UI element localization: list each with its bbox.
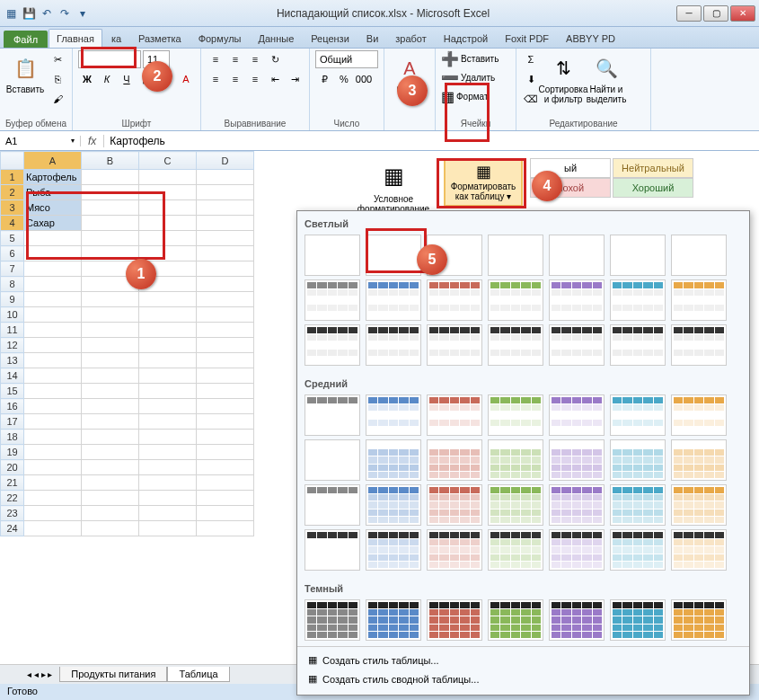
- row-header-21[interactable]: 21: [1, 475, 24, 491]
- table-style-option[interactable]: [488, 324, 543, 366]
- col-header-C[interactable]: C: [139, 152, 197, 170]
- cell-C3[interactable]: [139, 200, 197, 216]
- table-style-option[interactable]: [366, 484, 421, 526]
- table-style-option[interactable]: [304, 439, 360, 481]
- table-style-option[interactable]: [304, 529, 360, 571]
- row-header-22[interactable]: 22: [1, 491, 24, 506]
- cell-B18[interactable]: [82, 430, 139, 445]
- cell-D24[interactable]: [197, 521, 254, 536]
- cell-A23[interactable]: [24, 506, 82, 521]
- cell-B10[interactable]: [82, 307, 139, 323]
- table-style-option[interactable]: [488, 279, 543, 321]
- cell-A2[interactable]: Рыба: [24, 185, 82, 200]
- cell-D22[interactable]: [197, 491, 254, 506]
- cell-B2[interactable]: [82, 185, 139, 200]
- row-header-23[interactable]: 23: [1, 506, 24, 521]
- tab-abbyy[interactable]: ABBYY PD: [558, 29, 623, 48]
- name-box[interactable]: A1▾: [0, 136, 81, 146]
- font-name-input[interactable]: [78, 50, 141, 68]
- italic-button[interactable]: К: [98, 70, 116, 88]
- undo-icon[interactable]: ↶: [40, 6, 54, 21]
- autosum-icon[interactable]: Σ: [522, 50, 540, 68]
- table-style-option[interactable]: [671, 235, 727, 276]
- number-format-select[interactable]: [315, 50, 378, 68]
- cell-C24[interactable]: [139, 521, 197, 536]
- cell-D18[interactable]: [197, 430, 254, 445]
- cell-B13[interactable]: [82, 353, 139, 368]
- align-right-icon[interactable]: ≡: [246, 70, 264, 88]
- tab-developer[interactable]: зработ: [387, 29, 435, 48]
- format-cells-button[interactable]: ▦Формат: [441, 88, 489, 105]
- table-style-option[interactable]: [610, 279, 666, 321]
- clear-icon[interactable]: ⌫: [522, 90, 540, 108]
- cell-B16[interactable]: [82, 399, 139, 414]
- sheet-nav-icons[interactable]: ◂ ◂ ▸ ▸: [27, 669, 52, 679]
- row-header-19[interactable]: 19: [1, 445, 24, 460]
- cell-D17[interactable]: [197, 414, 254, 430]
- cell-A6[interactable]: [24, 246, 82, 261]
- cell-D11[interactable]: [197, 323, 254, 338]
- cell-A11[interactable]: [24, 323, 82, 338]
- table-style-option[interactable]: [427, 599, 482, 641]
- format-painter-icon[interactable]: 🖌: [49, 90, 66, 108]
- table-style-option[interactable]: [488, 235, 543, 276]
- row-header-8[interactable]: 8: [1, 277, 24, 292]
- table-style-option[interactable]: [549, 394, 605, 436]
- table-style-option[interactable]: [671, 599, 727, 641]
- row-header-6[interactable]: 6: [1, 246, 24, 261]
- table-style-option[interactable]: [366, 324, 421, 366]
- table-style-option[interactable]: [549, 484, 605, 526]
- table-style-option[interactable]: [304, 599, 360, 641]
- bold-button[interactable]: Ж: [78, 70, 96, 88]
- table-style-option[interactable]: [366, 439, 421, 481]
- font-color-button[interactable]: A: [177, 70, 195, 88]
- tab-foxit[interactable]: Foxit PDF: [497, 29, 557, 48]
- cell-A1[interactable]: Картофель: [24, 170, 82, 185]
- align-bottom-icon[interactable]: ≡: [246, 50, 264, 68]
- table-style-option[interactable]: [610, 324, 666, 366]
- cell-B4[interactable]: [82, 216, 139, 231]
- table-style-option[interactable]: [610, 439, 666, 481]
- formula-input[interactable]: Картофель: [104, 135, 171, 147]
- cell-C23[interactable]: [139, 506, 197, 521]
- cell-D1[interactable]: [197, 170, 254, 185]
- cell-A13[interactable]: [24, 353, 82, 368]
- row-header-13[interactable]: 13: [1, 353, 24, 368]
- cell-C22[interactable]: [139, 491, 197, 506]
- row-header-10[interactable]: 10: [1, 307, 24, 323]
- cell-C13[interactable]: [139, 353, 197, 368]
- table-style-option[interactable]: [671, 324, 727, 366]
- table-style-option[interactable]: [671, 394, 727, 436]
- cell-C14[interactable]: [139, 368, 197, 384]
- cell-B9[interactable]: [82, 292, 139, 307]
- cell-C4[interactable]: [139, 216, 197, 231]
- row-header-1[interactable]: 1: [1, 170, 24, 185]
- cell-B22[interactable]: [82, 491, 139, 506]
- close-button[interactable]: ✕: [730, 5, 755, 22]
- cell-A16[interactable]: [24, 399, 82, 414]
- table-style-option[interactable]: [549, 439, 605, 481]
- table-style-option[interactable]: [304, 484, 360, 526]
- table-style-option[interactable]: [427, 439, 482, 481]
- table-style-option[interactable]: [427, 529, 482, 571]
- table-style-option[interactable]: [488, 529, 543, 571]
- cell-D16[interactable]: [197, 399, 254, 414]
- cell-A19[interactable]: [24, 445, 82, 460]
- row-header-11[interactable]: 11: [1, 323, 24, 338]
- delete-cells-button[interactable]: ➖Удалить: [441, 69, 495, 86]
- row-header-20[interactable]: 20: [1, 460, 24, 475]
- find-select-button[interactable]: 🔍 Найти и выделить: [587, 50, 626, 108]
- cell-B3[interactable]: [82, 200, 139, 216]
- cell-D8[interactable]: [197, 277, 254, 292]
- cell-C1[interactable]: [139, 170, 197, 185]
- cell-D5[interactable]: [197, 231, 254, 246]
- table-style-option[interactable]: [549, 235, 605, 276]
- col-header-A[interactable]: A: [24, 152, 82, 170]
- sort-filter-button[interactable]: ⇅ Сортировка и фильтр: [543, 50, 583, 108]
- table-style-option[interactable]: [366, 279, 421, 321]
- row-header-12[interactable]: 12: [1, 338, 24, 353]
- align-top-icon[interactable]: ≡: [207, 50, 225, 68]
- cell-D14[interactable]: [197, 368, 254, 384]
- table-style-option[interactable]: [366, 394, 421, 436]
- table-style-option[interactable]: [488, 599, 543, 641]
